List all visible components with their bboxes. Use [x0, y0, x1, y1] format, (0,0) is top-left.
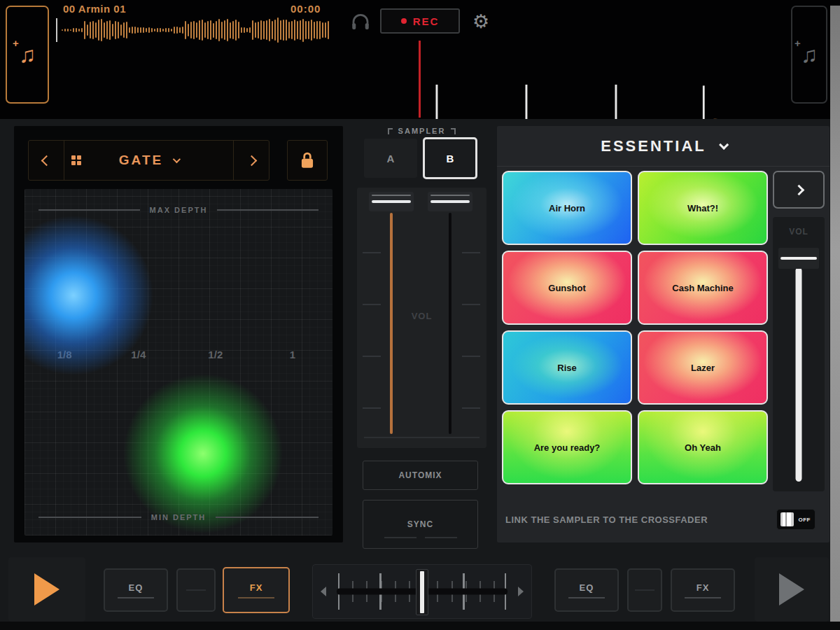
deck-a-play-button[interactable] [8, 557, 85, 622]
sample-pad-label: Air Horn [549, 203, 585, 214]
sync-label: SYNC [407, 519, 433, 529]
add-track-button-left[interactable]: ♫+ [6, 6, 49, 104]
volume-slider-track-a[interactable] [390, 213, 393, 434]
deck-b-play-button[interactable] [755, 557, 829, 622]
next-bank-button[interactable] [773, 171, 825, 209]
sample-pad[interactable]: Oh Yeah [638, 410, 768, 484]
sample-pad-label: What?! [687, 203, 718, 214]
volume-slider-track-b[interactable] [449, 213, 451, 434]
fx-label: FX [250, 582, 263, 593]
top-bar: ♫+ 00 Armin 01 00:00 REC ⚙ [0, 0, 840, 119]
deck-b-eq-button[interactable]: EQ [554, 568, 619, 612]
button-underline [568, 597, 605, 598]
add-track-button-right[interactable]: ♫+ [791, 6, 827, 104]
fx-xy-pad[interactable]: MAX DEPTH 1/8 1/4 1/2 1 MIN DEPTH [24, 189, 332, 536]
sample-pad-label: Are you ready? [534, 442, 601, 453]
dj-app: ♫+ 00 Armin 01 00:00 REC ⚙ [0, 0, 840, 630]
music-note-plus-icon: ♫+ [801, 43, 818, 66]
fx-grid-icon [71, 155, 81, 165]
headphones-icon [350, 10, 371, 31]
master-volume-handle[interactable] [778, 248, 819, 269]
deck-a-eq-button[interactable]: EQ [104, 568, 168, 612]
sample-pad[interactable]: Lazer [638, 330, 768, 405]
master-volume-track[interactable] [796, 267, 802, 482]
max-depth-row: MAX DEPTH [24, 206, 332, 214]
waveform-start-marker [56, 18, 57, 42]
arrow-left-icon [321, 587, 326, 596]
play-icon [779, 573, 804, 606]
fx-selector: GATE [28, 140, 270, 181]
bracket-left [388, 128, 393, 134]
play-icon [34, 573, 59, 606]
screen-edge [830, 6, 840, 622]
sampler-master-volume: VOL [773, 217, 825, 491]
arrow-right-icon [518, 587, 524, 596]
sample-pad[interactable]: Cash Machine [638, 251, 768, 325]
fx-name: GATE [119, 153, 163, 168]
chevron-down-icon [719, 139, 729, 149]
bracket-right [451, 128, 456, 134]
bank-selector[interactable]: ESSENTIAL [497, 126, 830, 167]
fx-next-button[interactable] [233, 141, 269, 180]
sample-pad-label: Oh Yeah [685, 442, 721, 453]
sample-pad[interactable]: Air Horn [502, 171, 632, 245]
screen-bottom-edge [0, 622, 840, 630]
beat-fraction: 1/2 [208, 349, 223, 360]
min-depth-row: MIN DEPTH [24, 513, 332, 522]
fx-lock-button[interactable] [287, 140, 328, 181]
automix-button[interactable]: AUTOMIX [363, 461, 478, 490]
music-note-plus-icon: ♫+ [19, 43, 36, 66]
sample-pad[interactable]: Rise [502, 330, 632, 405]
chevron-left-icon [41, 155, 52, 166]
toggle-handle [780, 512, 794, 526]
sampler-tab-a[interactable]: A [364, 139, 417, 178]
sync-sub-lines [363, 537, 477, 538]
track-waveform[interactable] [62, 15, 335, 45]
sample-pad-label: Cash Machine [672, 283, 733, 293]
headphones-button[interactable] [349, 10, 372, 34]
fx-prev-button[interactable] [29, 141, 64, 180]
deck-a-extra-button[interactable] [176, 568, 216, 612]
chevron-down-icon [173, 155, 181, 163]
playhead-marker [419, 41, 421, 118]
lock-icon [298, 150, 316, 170]
chevron-right-icon [793, 184, 804, 195]
chevron-right-icon [246, 155, 257, 166]
beat-fraction-labels: 1/8 1/4 1/2 1 [24, 349, 332, 363]
volume-slider-handle-b[interactable] [428, 192, 472, 211]
settings-button[interactable]: ⚙ [469, 9, 493, 34]
tick-marks [363, 252, 381, 430]
deck-beat-waveform[interactable] [392, 38, 784, 117]
record-label: REC [413, 15, 440, 27]
bottom-bar: EQ FX EQ FX [0, 552, 840, 622]
sampler-section-header: SAMPLER [354, 125, 490, 137]
crossfader-handle[interactable] [416, 569, 428, 615]
volume-label: VOL [773, 227, 825, 237]
link-crossfader-row: LINK THE SAMPLER TO THE CROSSFADER OFF [505, 504, 824, 535]
elapsed-time: 00:00 [290, 3, 321, 15]
deck-b-fx-button[interactable]: FX [671, 568, 735, 612]
crossfader [312, 564, 532, 619]
beat-fraction: 1/8 [57, 349, 72, 360]
record-button[interactable]: REC [380, 8, 460, 34]
max-depth-label: MAX DEPTH [150, 206, 208, 214]
fx-dropdown[interactable]: GATE [64, 141, 233, 180]
eq-label: EQ [580, 582, 594, 593]
sync-button[interactable]: SYNC [363, 500, 478, 549]
fx-touch-point-green [122, 373, 284, 534]
sampler-label: SAMPLER [398, 127, 446, 135]
sample-pad-label: Lazer [691, 363, 715, 373]
sampler-volume-panel: VOL [357, 188, 486, 448]
tick-marks [462, 252, 480, 430]
eq-label: EQ [129, 582, 144, 593]
link-crossfader-toggle[interactable]: OFF [776, 509, 816, 530]
deck-b-extra-button[interactable] [627, 568, 662, 612]
volume-slider-handle-a[interactable] [369, 192, 414, 211]
sample-pad[interactable]: Gunshot [502, 251, 632, 325]
beat-fraction: 1 [290, 349, 295, 360]
sample-pad[interactable]: Are you ready? [502, 410, 632, 484]
deck-a-fx-button[interactable]: FX [223, 567, 290, 613]
toggle-state-label: OFF [799, 517, 811, 523]
sample-pad[interactable]: What?! [638, 171, 768, 245]
sampler-tab-b[interactable]: B [423, 137, 477, 179]
